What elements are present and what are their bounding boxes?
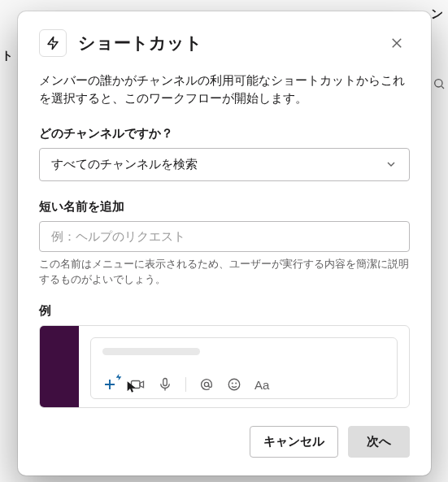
channel-select-value: すべてのチャンネルを検索 bbox=[51, 157, 198, 172]
emoji-icon bbox=[227, 377, 241, 392]
name-help-text: この名前はメニューに表示されるため、ユーザーが実行する内容を簡潔に説明するものが… bbox=[39, 257, 410, 288]
modal-footer: キャンセル 次へ bbox=[39, 426, 410, 458]
example-sidebar bbox=[40, 326, 79, 407]
plus-bolt-icon bbox=[115, 373, 123, 381]
shortcut-modal: ショートカット メンバーの誰かがチャンネルの利用可能なショートカットからこれを選… bbox=[18, 11, 431, 475]
svg-point-10 bbox=[228, 380, 240, 391]
truncated-header-text: ン bbox=[431, 7, 443, 22]
modal-header: ショートカット bbox=[39, 29, 410, 57]
composer-placeholder bbox=[102, 348, 200, 355]
channel-select[interactable]: すべてのチャンネルを検索 bbox=[39, 148, 410, 181]
format-icon: Aa bbox=[254, 378, 269, 392]
svg-point-9 bbox=[204, 383, 208, 387]
example-main: Aa bbox=[79, 326, 409, 407]
modal-description: メンバーの誰かがチャンネルの利用可能なショートカットからこれを選択すると、このワ… bbox=[39, 72, 410, 108]
close-icon bbox=[389, 36, 404, 50]
example-preview: Aa bbox=[39, 325, 410, 408]
bolt-icon bbox=[39, 29, 67, 57]
svg-point-12 bbox=[236, 384, 237, 384]
chevron-down-icon bbox=[385, 158, 398, 171]
modal-title: ショートカット bbox=[78, 32, 372, 54]
next-button[interactable]: 次へ bbox=[348, 426, 410, 458]
example-composer: Aa bbox=[90, 337, 398, 399]
cursor-icon bbox=[125, 380, 138, 393]
channel-label: どのチャンネルですか？ bbox=[39, 126, 410, 141]
truncated-sidebar-text: ト bbox=[2, 49, 13, 63]
svg-line-1 bbox=[441, 86, 444, 89]
name-input[interactable] bbox=[39, 221, 410, 252]
name-label: 短い名前を追加 bbox=[39, 199, 410, 215]
search-icon bbox=[433, 77, 446, 90]
svg-point-11 bbox=[232, 384, 233, 384]
microphone-icon bbox=[158, 377, 172, 392]
example-label: 例 bbox=[39, 303, 410, 319]
plus-icon bbox=[102, 377, 117, 392]
cancel-button[interactable]: キャンセル bbox=[250, 426, 338, 458]
toolbar-divider bbox=[185, 377, 186, 392]
composer-toolbar: Aa bbox=[102, 377, 385, 392]
svg-point-0 bbox=[435, 80, 442, 87]
mention-icon bbox=[199, 377, 214, 392]
close-button[interactable] bbox=[384, 30, 410, 56]
svg-rect-7 bbox=[163, 379, 167, 386]
